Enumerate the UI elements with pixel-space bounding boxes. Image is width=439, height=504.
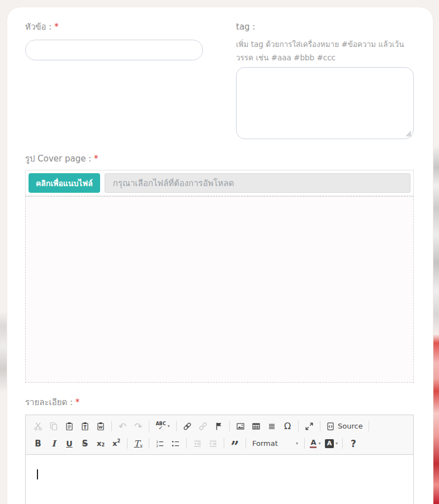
source-doc-icon xyxy=(326,422,335,431)
underline-icon[interactable]: U xyxy=(62,436,77,450)
horizontal-rule-icon[interactable] xyxy=(265,419,279,433)
attach-file-button[interactable]: คลิกเพื่อแนบไฟล์ xyxy=(29,173,100,193)
strike-glyph: S xyxy=(82,439,88,449)
paste-word-letter: W xyxy=(98,425,103,430)
format-dropdown[interactable]: Format ▾ xyxy=(249,436,301,450)
toolbar-separator xyxy=(320,421,320,431)
toolbar-separator xyxy=(176,421,177,431)
text-color-icon[interactable]: A ▾ xyxy=(308,436,323,450)
remove-format-glyph: Tx xyxy=(134,439,142,449)
remove-format-icon[interactable]: Tx xyxy=(131,436,145,450)
bold-icon[interactable]: B xyxy=(31,436,45,450)
redo-glyph: ↷ xyxy=(134,422,142,431)
help-glyph: ? xyxy=(351,438,356,449)
paste-icon[interactable] xyxy=(62,419,77,433)
tag-label: tag : xyxy=(236,21,414,32)
text-color-bar xyxy=(310,446,317,448)
background-color-box: A xyxy=(325,439,334,448)
copy-icon[interactable] xyxy=(46,419,61,433)
paste-word-icon[interactable]: W xyxy=(93,419,108,433)
table-icon[interactable] xyxy=(249,419,263,433)
image-icon[interactable] xyxy=(233,419,248,433)
paste-text-letter: T xyxy=(83,425,87,430)
editor-content-area[interactable] xyxy=(26,455,413,504)
sup-base: x xyxy=(112,439,117,448)
tag-field-group: tag : เพิ่ม tag ด้วยการใส่เครื่องหมาย #ข… xyxy=(236,21,414,139)
details-label: รายละเอียด : * xyxy=(25,397,414,408)
top-row: หัวข้อ : * tag : เพิ่ม tag ด้วยการใส่เคร… xyxy=(25,21,414,139)
dropdown-caret-icon: ▾ xyxy=(318,441,320,446)
spellcheck-check: ✓ xyxy=(158,425,163,431)
title-input[interactable] xyxy=(25,40,203,60)
background-decoration-right xyxy=(433,0,439,504)
toolbar-separator xyxy=(369,421,369,431)
background-color-icon[interactable]: A ▾ xyxy=(324,436,339,450)
tag-hint: เพิ่ม tag ด้วยการใส่เครื่องหมาย #ข้อความ… xyxy=(236,37,414,64)
sup-small: 2 xyxy=(117,439,120,444)
cut-icon[interactable] xyxy=(31,419,45,433)
text-color-stack: A xyxy=(310,439,317,448)
numlist-1: 1 xyxy=(156,439,158,443)
outdent-icon[interactable] xyxy=(190,436,205,450)
title-field-group: หัวข้อ : * xyxy=(25,21,203,60)
dropdown-caret-icon: ▾ xyxy=(296,441,298,446)
source-button[interactable]: Source xyxy=(324,419,365,433)
sub-small: 2 xyxy=(101,443,105,448)
italic-icon[interactable]: I xyxy=(46,436,61,450)
toolbar-separator xyxy=(149,438,149,449)
subscript-icon[interactable]: x2 xyxy=(93,436,108,450)
cover-image-drop-zone[interactable] xyxy=(25,196,414,383)
toolbar-separator xyxy=(304,438,305,449)
text-color-glyph: A xyxy=(310,439,316,446)
source-label: Source xyxy=(338,422,363,430)
maximize-icon[interactable] xyxy=(302,419,317,433)
file-name-display[interactable] xyxy=(105,173,410,193)
toolbar-separator xyxy=(127,438,128,449)
tag-textarea[interactable] xyxy=(236,67,414,139)
cover-label: รูป Cover page : * xyxy=(25,153,414,164)
form-card: หัวข้อ : * tag : เพิ่ม tag ด้วยการใส่เคร… xyxy=(7,7,433,504)
cover-label-text: รูป Cover page : xyxy=(25,154,91,164)
numbered-list-icon[interactable]: 12 xyxy=(153,436,167,450)
format-label: Format xyxy=(252,439,278,448)
text-cursor xyxy=(37,469,38,479)
toolbar-separator xyxy=(298,421,299,431)
removeformat-base: T xyxy=(134,439,139,449)
redo-icon[interactable]: ↷ xyxy=(131,419,145,433)
indent-icon[interactable] xyxy=(206,436,220,450)
undo-glyph: ↶ xyxy=(119,422,126,431)
bulleted-list-icon[interactable] xyxy=(168,436,183,450)
required-asterisk: * xyxy=(54,22,59,32)
undo-icon[interactable]: ↶ xyxy=(115,419,130,433)
about-help-icon[interactable]: ? xyxy=(346,436,361,450)
italic-glyph: I xyxy=(51,439,55,449)
link-icon[interactable] xyxy=(180,419,195,433)
underline-glyph: U xyxy=(66,439,72,448)
blockquote-icon[interactable]: ” xyxy=(228,436,242,450)
toolbar-row-2: B I U S x2 x2 Tx 12 xyxy=(30,435,409,452)
title-label: หัวข้อ : * xyxy=(25,21,203,32)
superscript-glyph: x2 xyxy=(112,439,120,448)
sub-base: x xyxy=(97,439,101,448)
special-char-icon[interactable]: Ω xyxy=(280,419,295,433)
anchor-flag-icon[interactable] xyxy=(211,419,226,433)
editor-toolbar: T W ↶ ↷ ABC ✓ ▾ xyxy=(26,415,413,455)
toolbar-separator xyxy=(229,421,230,431)
unlink-icon[interactable] xyxy=(196,419,210,433)
spellcheck-icon[interactable]: ABC ✓ ▾ xyxy=(153,419,173,433)
toolbar-separator xyxy=(342,438,343,449)
paste-text-icon[interactable]: T xyxy=(78,419,92,433)
dropdown-caret-icon: ▾ xyxy=(336,441,338,446)
rich-text-editor: T W ↶ ↷ ABC ✓ ▾ xyxy=(25,415,414,504)
removeformat-small: x xyxy=(139,443,142,449)
details-label-text: รายละเอียด : xyxy=(25,397,73,407)
subscript-glyph: x2 xyxy=(97,439,105,448)
toolbar-separator xyxy=(149,421,149,431)
numlist-2: 2 xyxy=(156,443,158,447)
required-asterisk: * xyxy=(94,154,98,164)
dropdown-caret-icon: ▾ xyxy=(168,424,170,429)
bold-glyph: B xyxy=(35,439,41,449)
superscript-icon[interactable]: x2 xyxy=(109,436,124,450)
strikethrough-icon[interactable]: S xyxy=(78,436,92,450)
toolbar-row-1: T W ↶ ↷ ABC ✓ ▾ xyxy=(30,417,409,435)
